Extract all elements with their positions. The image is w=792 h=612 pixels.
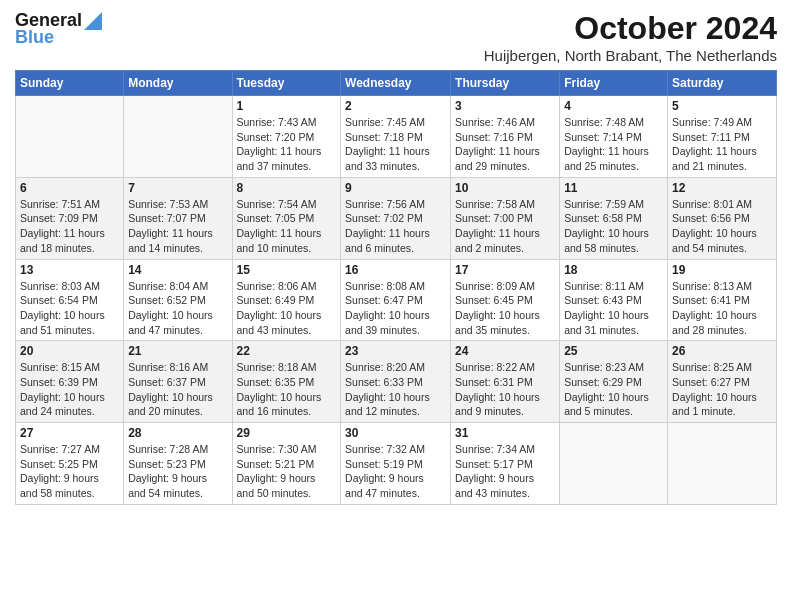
sunrise-line: Sunrise: 7:34 AM: [455, 442, 555, 457]
calendar-cell: 22Sunrise: 8:18 AMSunset: 6:35 PMDayligh…: [232, 341, 341, 423]
calendar-cell: 10Sunrise: 7:58 AMSunset: 7:00 PMDayligh…: [451, 177, 560, 259]
daylight-line1: Daylight: 10 hours: [455, 308, 555, 323]
sunset-line: Sunset: 6:41 PM: [672, 293, 772, 308]
col-thursday: Thursday: [451, 71, 560, 96]
sunset-line: Sunset: 6:58 PM: [564, 211, 663, 226]
day-info: Sunrise: 8:08 AMSunset: 6:47 PMDaylight:…: [345, 279, 446, 338]
day-number: 7: [128, 181, 227, 195]
sunrise-line: Sunrise: 7:48 AM: [564, 115, 663, 130]
sunset-line: Sunset: 5:19 PM: [345, 457, 446, 472]
day-number: 13: [20, 263, 119, 277]
sunrise-line: Sunrise: 8:06 AM: [237, 279, 337, 294]
daylight-line1: Daylight: 10 hours: [455, 390, 555, 405]
day-info: Sunrise: 7:46 AMSunset: 7:16 PMDaylight:…: [455, 115, 555, 174]
sunset-line: Sunset: 7:00 PM: [455, 211, 555, 226]
daylight-line1: Daylight: 11 hours: [455, 226, 555, 241]
day-info: Sunrise: 8:20 AMSunset: 6:33 PMDaylight:…: [345, 360, 446, 419]
day-info: Sunrise: 7:54 AMSunset: 7:05 PMDaylight:…: [237, 197, 337, 256]
sunset-line: Sunset: 6:39 PM: [20, 375, 119, 390]
calendar-table: Sunday Monday Tuesday Wednesday Thursday…: [15, 70, 777, 505]
calendar-cell: 21Sunrise: 8:16 AMSunset: 6:37 PMDayligh…: [124, 341, 232, 423]
daylight-line1: Daylight: 11 hours: [20, 226, 119, 241]
calendar-cell: 2Sunrise: 7:45 AMSunset: 7:18 PMDaylight…: [341, 96, 451, 178]
daylight-line2: and 54 minutes.: [128, 486, 227, 501]
daylight-line1: Daylight: 10 hours: [672, 226, 772, 241]
calendar-cell: 3Sunrise: 7:46 AMSunset: 7:16 PMDaylight…: [451, 96, 560, 178]
day-info: Sunrise: 7:56 AMSunset: 7:02 PMDaylight:…: [345, 197, 446, 256]
sunset-line: Sunset: 7:05 PM: [237, 211, 337, 226]
daylight-line2: and 29 minutes.: [455, 159, 555, 174]
daylight-line1: Daylight: 10 hours: [20, 390, 119, 405]
calendar-cell: 19Sunrise: 8:13 AMSunset: 6:41 PMDayligh…: [668, 259, 777, 341]
page: General Blue October 2024 Huijbergen, No…: [0, 0, 792, 612]
sunrise-line: Sunrise: 8:15 AM: [20, 360, 119, 375]
sunset-line: Sunset: 7:11 PM: [672, 130, 772, 145]
day-info: Sunrise: 7:53 AMSunset: 7:07 PMDaylight:…: [128, 197, 227, 256]
day-info: Sunrise: 8:15 AMSunset: 6:39 PMDaylight:…: [20, 360, 119, 419]
day-info: Sunrise: 7:43 AMSunset: 7:20 PMDaylight:…: [237, 115, 337, 174]
daylight-line2: and 39 minutes.: [345, 323, 446, 338]
col-friday: Friday: [560, 71, 668, 96]
day-number: 15: [237, 263, 337, 277]
sunrise-line: Sunrise: 8:18 AM: [237, 360, 337, 375]
daylight-line2: and 20 minutes.: [128, 404, 227, 419]
day-number: 19: [672, 263, 772, 277]
daylight-line2: and 50 minutes.: [237, 486, 337, 501]
day-info: Sunrise: 7:30 AMSunset: 5:21 PMDaylight:…: [237, 442, 337, 501]
daylight-line1: Daylight: 11 hours: [564, 144, 663, 159]
sunrise-line: Sunrise: 8:11 AM: [564, 279, 663, 294]
sunset-line: Sunset: 6:49 PM: [237, 293, 337, 308]
day-number: 25: [564, 344, 663, 358]
day-number: 22: [237, 344, 337, 358]
day-info: Sunrise: 7:48 AMSunset: 7:14 PMDaylight:…: [564, 115, 663, 174]
daylight-line2: and 5 minutes.: [564, 404, 663, 419]
svg-marker-0: [84, 12, 102, 30]
daylight-line1: Daylight: 10 hours: [345, 390, 446, 405]
logo-blue: Blue: [15, 27, 54, 48]
calendar-week-row: 20Sunrise: 8:15 AMSunset: 6:39 PMDayligh…: [16, 341, 777, 423]
daylight-line2: and 25 minutes.: [564, 159, 663, 174]
calendar-cell: 18Sunrise: 8:11 AMSunset: 6:43 PMDayligh…: [560, 259, 668, 341]
sunset-line: Sunset: 7:16 PM: [455, 130, 555, 145]
calendar-cell: 17Sunrise: 8:09 AMSunset: 6:45 PMDayligh…: [451, 259, 560, 341]
sunrise-line: Sunrise: 7:49 AM: [672, 115, 772, 130]
sunset-line: Sunset: 7:09 PM: [20, 211, 119, 226]
day-info: Sunrise: 8:18 AMSunset: 6:35 PMDaylight:…: [237, 360, 337, 419]
daylight-line1: Daylight: 10 hours: [672, 390, 772, 405]
daylight-line2: and 43 minutes.: [237, 323, 337, 338]
sunrise-line: Sunrise: 8:04 AM: [128, 279, 227, 294]
daylight-line1: Daylight: 10 hours: [128, 308, 227, 323]
day-info: Sunrise: 7:59 AMSunset: 6:58 PMDaylight:…: [564, 197, 663, 256]
daylight-line1: Daylight: 10 hours: [20, 308, 119, 323]
calendar-cell: 27Sunrise: 7:27 AMSunset: 5:25 PMDayligh…: [16, 423, 124, 505]
sunrise-line: Sunrise: 7:46 AM: [455, 115, 555, 130]
calendar-cell: 1Sunrise: 7:43 AMSunset: 7:20 PMDaylight…: [232, 96, 341, 178]
sunset-line: Sunset: 7:02 PM: [345, 211, 446, 226]
day-number: 17: [455, 263, 555, 277]
day-number: 20: [20, 344, 119, 358]
calendar-week-row: 6Sunrise: 7:51 AMSunset: 7:09 PMDaylight…: [16, 177, 777, 259]
daylight-line2: and 28 minutes.: [672, 323, 772, 338]
sunrise-line: Sunrise: 8:23 AM: [564, 360, 663, 375]
calendar-cell: 11Sunrise: 7:59 AMSunset: 6:58 PMDayligh…: [560, 177, 668, 259]
calendar-cell: 23Sunrise: 8:20 AMSunset: 6:33 PMDayligh…: [341, 341, 451, 423]
daylight-line1: Daylight: 11 hours: [455, 144, 555, 159]
calendar-cell: 20Sunrise: 8:15 AMSunset: 6:39 PMDayligh…: [16, 341, 124, 423]
day-info: Sunrise: 7:51 AMSunset: 7:09 PMDaylight:…: [20, 197, 119, 256]
day-info: Sunrise: 8:13 AMSunset: 6:41 PMDaylight:…: [672, 279, 772, 338]
sunset-line: Sunset: 7:18 PM: [345, 130, 446, 145]
daylight-line1: Daylight: 9 hours: [237, 471, 337, 486]
day-number: 14: [128, 263, 227, 277]
calendar-cell: 16Sunrise: 8:08 AMSunset: 6:47 PMDayligh…: [341, 259, 451, 341]
day-number: 9: [345, 181, 446, 195]
daylight-line2: and 2 minutes.: [455, 241, 555, 256]
daylight-line2: and 47 minutes.: [345, 486, 446, 501]
calendar-week-row: 13Sunrise: 8:03 AMSunset: 6:54 PMDayligh…: [16, 259, 777, 341]
day-info: Sunrise: 7:27 AMSunset: 5:25 PMDaylight:…: [20, 442, 119, 501]
calendar-cell: 29Sunrise: 7:30 AMSunset: 5:21 PMDayligh…: [232, 423, 341, 505]
day-number: 5: [672, 99, 772, 113]
daylight-line2: and 58 minutes.: [20, 486, 119, 501]
sunset-line: Sunset: 6:45 PM: [455, 293, 555, 308]
sunrise-line: Sunrise: 8:03 AM: [20, 279, 119, 294]
sunset-line: Sunset: 6:37 PM: [128, 375, 227, 390]
